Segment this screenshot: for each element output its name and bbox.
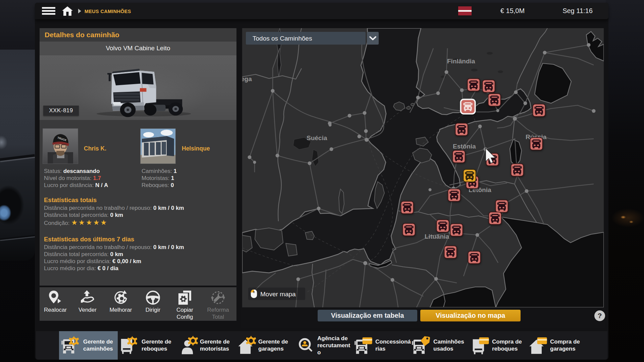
svg-text:Estônia: Estônia (453, 143, 476, 150)
svg-text:Suécia: Suécia (307, 134, 327, 141)
svg-text:Lituânia: Lituânia (425, 233, 449, 240)
svg-text:ega: ega (242, 75, 252, 82)
svg-text:Finlândia: Finlândia (447, 58, 475, 65)
